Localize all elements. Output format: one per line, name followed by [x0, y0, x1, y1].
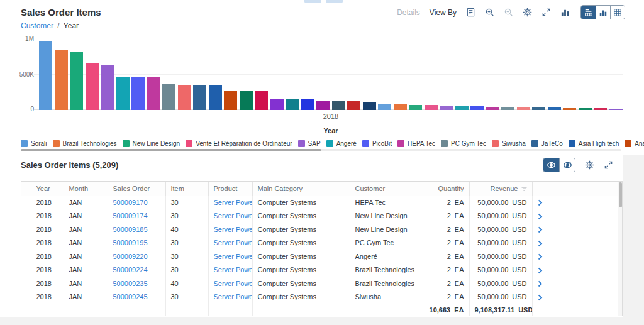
table-settings-gear-icon[interactable]	[585, 160, 594, 170]
row-select-cell[interactable]	[21, 209, 31, 223]
col-revenue[interactable]: Revenue	[469, 182, 532, 196]
cell-sales-order[interactable]: 500009195	[108, 236, 165, 250]
settings-gear-icon[interactable]	[523, 8, 532, 17]
legend-item[interactable]: SAP	[298, 140, 321, 147]
row-nav-cell[interactable]	[532, 236, 618, 250]
cell-product[interactable]: Server Powe...	[208, 250, 252, 263]
col-month[interactable]: Month	[64, 182, 108, 196]
cell-product[interactable]: Server Powe...	[208, 277, 252, 290]
col-main-category[interactable]: Main Category	[252, 182, 350, 196]
fullscreen-icon[interactable]	[541, 8, 551, 17]
bar[interactable]	[394, 104, 407, 110]
product-link[interactable]: Server Powe...	[214, 280, 253, 287]
table-scrollbar-thumb[interactable]	[619, 182, 622, 207]
bar[interactable]	[594, 108, 607, 110]
row-select-cell[interactable]	[21, 263, 31, 277]
bar[interactable]	[131, 77, 145, 110]
cut-off-button[interactable]	[326, 0, 343, 3]
col-year[interactable]: Year	[31, 182, 64, 196]
bar[interactable]	[378, 104, 391, 110]
row-select-cell[interactable]	[21, 290, 31, 304]
legend-item[interactable]: New Line Design	[123, 140, 180, 147]
row-nav-cell[interactable]	[532, 223, 618, 236]
sales-order-link[interactable]: 500009174	[113, 212, 148, 219]
cell-sales-order[interactable]: 500009224	[108, 263, 165, 277]
legend-scrollbar-thumb[interactable]	[21, 149, 321, 151]
cell-sales-order[interactable]: 500009174	[108, 209, 165, 223]
table-row[interactable]: 2018 JAN 500009170 30 Server Powe... Com…	[21, 196, 618, 209]
col-item[interactable]: Item	[165, 182, 208, 196]
legend-item[interactable]: Brazil Technologies	[53, 140, 117, 147]
cell-product[interactable]: Server Powe...	[208, 209, 252, 223]
bar[interactable]	[147, 77, 160, 110]
row-select-cell[interactable]	[21, 223, 31, 236]
bar[interactable]	[240, 91, 253, 110]
row-nav-cell[interactable]	[532, 209, 618, 223]
chart-table-view-button[interactable]	[581, 6, 596, 19]
zoom-in-icon[interactable]	[485, 8, 494, 17]
cell-product[interactable]: Server Powe...	[208, 236, 252, 250]
product-link[interactable]: Server Powe...	[214, 212, 253, 219]
details-button[interactable]: Details	[397, 8, 420, 17]
bar[interactable]	[425, 105, 438, 110]
bar[interactable]	[178, 85, 191, 111]
chart-type-icon[interactable]	[560, 8, 570, 17]
sales-order-link[interactable]: 500009220	[113, 253, 148, 260]
product-link[interactable]: Server Powe...	[214, 199, 253, 206]
hide-details-button[interactable]	[559, 158, 575, 172]
bar[interactable]	[39, 41, 52, 110]
view-by-button[interactable]: View By	[430, 8, 457, 17]
cell-sales-order[interactable]: 500009245	[108, 290, 165, 304]
legend-item[interactable]: Angeré	[326, 140, 357, 147]
bar[interactable]	[455, 106, 469, 110]
row-select-cell[interactable]	[21, 236, 31, 250]
breadcrumb-customer[interactable]: Customer	[21, 21, 53, 30]
cut-off-button[interactable]	[304, 0, 321, 3]
bar[interactable]	[286, 99, 299, 110]
sales-order-link[interactable]: 500009245	[113, 293, 148, 300]
bar[interactable]	[162, 84, 175, 110]
row-nav-cell[interactable]	[532, 196, 618, 209]
bar[interactable]	[501, 107, 514, 110]
bar[interactable]	[440, 106, 453, 110]
bar[interactable]	[409, 105, 422, 110]
col-sales-order[interactable]: Sales Order	[108, 182, 165, 196]
show-details-button[interactable]	[543, 158, 559, 172]
cell-product[interactable]: Server Powe...	[208, 290, 252, 304]
row-select-cell[interactable]	[21, 277, 31, 290]
bar[interactable]	[347, 101, 360, 110]
table-fullscreen-icon[interactable]	[604, 160, 613, 170]
bar[interactable]	[332, 101, 345, 110]
legend-item[interactable]: Asia High tech	[569, 140, 619, 147]
legend-scrollbar[interactable]	[21, 149, 621, 151]
product-link[interactable]: Server Powe...	[214, 226, 253, 233]
bar[interactable]	[486, 107, 499, 110]
row-nav-cell[interactable]	[532, 263, 618, 277]
sales-order-link[interactable]: 500009235	[113, 280, 148, 287]
table-scrollbar[interactable]	[618, 182, 622, 316]
chart-view-button[interactable]	[596, 6, 610, 19]
bar[interactable]	[224, 91, 237, 110]
zoom-out-icon[interactable]	[504, 8, 513, 17]
table-row[interactable]: 2018 JAN 500009245 30 Server Powe... Com…	[21, 290, 618, 304]
table-row[interactable]: 2018 JAN 500009195 30 Server Powe... Com…	[21, 236, 618, 250]
legend-item[interactable]: JaTeCo	[531, 140, 563, 147]
product-link[interactable]: Server Powe...	[214, 239, 253, 246]
product-link[interactable]: Server Powe...	[214, 266, 253, 273]
cell-product[interactable]: Server Powe...	[208, 196, 252, 209]
cell-product[interactable]: Server Powe...	[208, 223, 252, 236]
bar[interactable]	[609, 109, 623, 110]
bar[interactable]	[209, 85, 222, 110]
product-link[interactable]: Server Powe...	[214, 293, 253, 300]
sales-order-link[interactable]: 500009224	[113, 266, 148, 273]
bar[interactable]	[70, 52, 83, 110]
table-row[interactable]: 2018 JAN 500009235 40 Server Powe... Com…	[21, 277, 618, 290]
cell-sales-order[interactable]: 500009170	[108, 196, 165, 209]
bar[interactable]	[301, 99, 314, 110]
bar[interactable]	[101, 65, 114, 110]
row-nav-cell[interactable]	[532, 290, 618, 304]
bar[interactable]	[532, 107, 545, 110]
product-link[interactable]: Server Powe...	[214, 253, 253, 260]
row-nav-cell[interactable]	[532, 277, 618, 290]
bar[interactable]	[563, 108, 576, 110]
